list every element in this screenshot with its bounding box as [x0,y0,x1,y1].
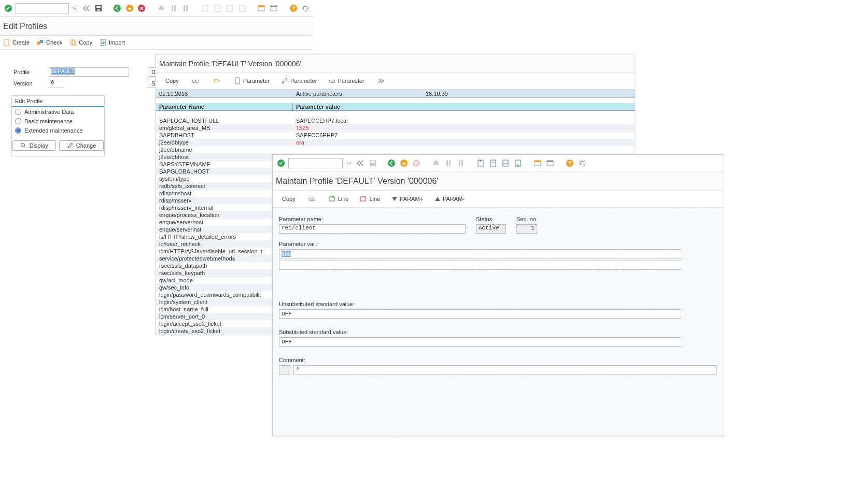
ok-icon[interactable] [276,158,286,168]
group-title: Edit Profile [12,96,104,107]
parameter-create-button[interactable]: Parameter [234,77,270,84]
radio-label: Extended maintenance [24,127,83,134]
first-page-icon[interactable] [475,158,486,168]
delete-line-button[interactable]: Line [360,195,380,203]
profile-input[interactable]: DEFAULT [49,67,129,77]
param-val-input-1[interactable]: 800 [279,249,681,258]
customize-icon[interactable] [577,158,587,168]
glasses-icon[interactable] [190,76,201,86]
back-icon[interactable] [81,3,92,13]
exit-icon[interactable] [124,3,135,13]
check-label: Check [46,39,62,46]
comment-input[interactable]: # [293,365,716,375]
ok-icon[interactable] [3,3,13,13]
change-button[interactable]: Change [59,140,104,151]
svg-rect-10 [174,5,176,11]
print-icon [431,158,441,168]
param-name-input[interactable]: rec/client [279,224,466,234]
next-page-icon[interactable] [500,158,511,168]
toggle-icon[interactable] [212,76,222,86]
page-title: Maintain Profile 'DEFAULT' Version '0000… [273,171,723,191]
param-label: Parameter [243,78,270,84]
radio-basic-maintenance[interactable]: Basic maintenance [12,117,104,126]
param-name-label: Parameter name: [279,216,466,222]
check-button[interactable]: Check [37,39,62,46]
param-val: 800 [282,251,291,257]
copy-button[interactable]: Copy [165,78,179,84]
command-dropdown-icon[interactable] [345,158,353,168]
param-value-cell: ora [293,139,635,146]
seq-field: 1 [516,224,537,234]
copy-button[interactable]: Copy [69,39,92,46]
param-val-input-2[interactable] [279,261,681,270]
table-row[interactable]: SAPDBHOSTSAPECC6EHP7 [156,132,635,139]
more-icon[interactable] [376,76,386,86]
exit-icon[interactable] [399,158,409,168]
svg-rect-63 [329,197,334,201]
svg-rect-46 [446,160,448,166]
svg-rect-51 [490,160,496,166]
status-field: Active [476,224,506,234]
shortcut-icon[interactable] [545,158,555,168]
print-icon [156,3,166,13]
svg-rect-26 [40,40,43,43]
parameter-edit-button[interactable]: Parameter [281,77,317,84]
new-session-icon[interactable] [532,158,543,168]
first-page-icon [200,3,210,13]
param-minus-button[interactable]: PARAM- [434,196,465,202]
create-label: Create [12,39,30,46]
save-icon[interactable] [94,3,104,13]
profile-label: Profile [13,69,45,75]
table-row[interactable]: SAPLOCALHOSTFULLSAPECCEHP7.local [156,117,635,124]
table-row[interactable]: em/global_area_MB1525 [156,124,635,132]
insert-line-button[interactable]: Line [329,195,349,203]
unsub-label: Unsubstituted standard value: [279,301,716,307]
glasses-icon[interactable] [307,194,317,204]
change-label: Change [76,142,96,149]
radio-icon [15,109,21,115]
command-dropdown-icon[interactable] [71,3,79,13]
back-green-icon[interactable] [112,3,122,13]
svg-rect-40 [371,161,375,163]
import-button[interactable]: Import [100,39,125,46]
param-value-cell: SAPECC6EHP7 [293,132,635,139]
prev-page-icon[interactable] [488,158,498,168]
svg-rect-44 [433,162,439,165]
parameter-display-button[interactable]: Parameter [328,77,364,84]
table-row[interactable]: j2ee/dbtypeora [156,139,635,146]
radio-icon [15,118,21,124]
svg-rect-7 [159,7,164,10]
svg-rect-15 [227,5,232,11]
radio-extended-maintenance[interactable]: Extended maintenance [12,126,104,135]
new-session-icon[interactable] [256,3,266,13]
param-value-cell: 1525 [293,124,635,132]
customize-icon[interactable] [300,3,311,13]
help-icon[interactable]: ? [288,3,299,13]
back-icon[interactable] [355,158,366,168]
version-input[interactable]: 6 [49,79,63,88]
help-icon[interactable]: ? [565,158,575,168]
radio-admin-data[interactable]: Administrative Data [12,107,104,117]
param-plus-button[interactable]: PARAM+ [391,196,423,202]
shortcut-icon[interactable] [269,3,279,13]
svg-rect-35 [235,78,240,84]
svg-rect-55 [535,161,541,162]
svg-rect-14 [215,5,220,11]
cancel-icon[interactable] [136,3,147,13]
copy-button[interactable]: Copy [282,196,296,202]
svg-rect-52 [503,160,508,166]
command-field[interactable] [16,3,69,13]
page-title: Edit Profiles [0,17,314,36]
next-page-icon [224,3,235,13]
header-date: 01.10.2018 [156,90,293,97]
command-field[interactable] [288,158,343,168]
param-name-cell: SAPLOCALHOSTFULL [156,117,293,124]
back-green-icon[interactable] [386,158,397,168]
radio-icon [15,127,21,134]
create-button[interactable]: Create [3,39,30,46]
table-row[interactable]: j2ee/dbname [156,146,635,153]
last-page-icon[interactable] [513,158,523,168]
maintain-profile-detail-window: ? Maintain Profile 'DEFAULT' Version '00… [272,154,723,436]
svg-rect-13 [203,5,208,11]
display-button[interactable]: Display [12,140,56,151]
